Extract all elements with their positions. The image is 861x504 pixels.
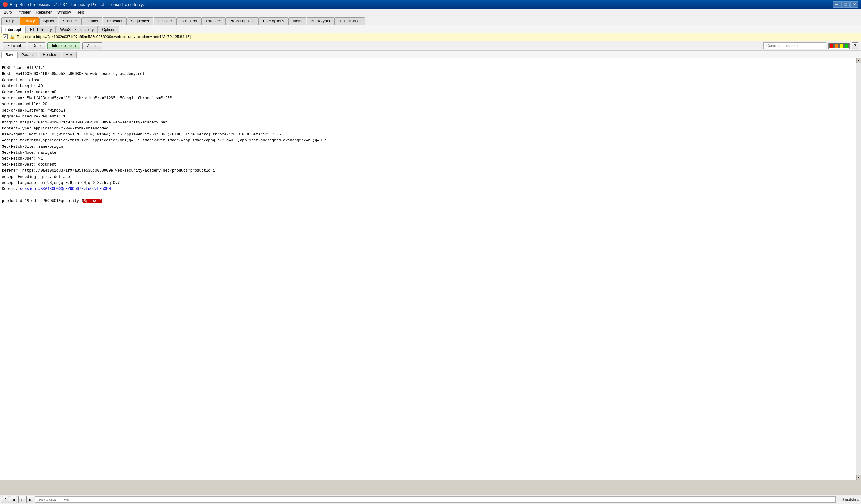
title-bar: 🔴 Burp Suite Professional v1.7.37 - Temp…: [0, 0, 861, 9]
request-line-10: Origin: https://0a41002c0371f97a85ae536c…: [2, 120, 167, 125]
menu-item-window[interactable]: Window: [55, 10, 73, 15]
title-text: Burp Suite Professional v1.7.37 - Tempor…: [10, 2, 145, 7]
sub-tab-options[interactable]: Options: [98, 26, 119, 33]
request-line-2: Host: 0a41002c0371f97a85ae536c0068009e.w…: [2, 72, 145, 76]
main-tabs: TargetProxySpiderScannerIntruderRepeater…: [0, 16, 861, 25]
request-line-13: Accept: text/html,application/xhtml+xml,…: [2, 138, 326, 143]
main-tab-scanner[interactable]: Scanner: [58, 17, 81, 25]
forward-button[interactable]: Forward: [2, 42, 26, 49]
scroll-down-arrow[interactable]: ▼: [856, 475, 861, 480]
main-tab-project-options[interactable]: Project options: [226, 17, 259, 25]
main-tab-comparer[interactable]: Comparer: [176, 17, 201, 25]
request-line-18: Referer: https://0a41002c0371f97a85ae536…: [2, 168, 215, 173]
minimize-button[interactable]: ─: [833, 1, 841, 8]
help-button[interactable]: ?: [851, 42, 859, 49]
request-info-text: Request to https://0a41002c0371f97a85ae5…: [17, 35, 191, 39]
main-tab-target[interactable]: Target: [1, 17, 20, 25]
request-line-12: User-Agent: Mozilla/5.0 (Windows NT 10.0…: [2, 132, 281, 137]
request-line-4: Content-Length: 49: [2, 84, 43, 88]
title-bar-controls[interactable]: ─ □ ✕: [833, 1, 859, 8]
request-line-17: Sec-Fetch-Dest: document: [2, 163, 56, 167]
color-red[interactable]: [829, 43, 834, 48]
request-line-14: Sec-Fetch-Site: same-origin: [2, 145, 63, 149]
request-line-16: Sec-Fetch-User: ?1: [2, 156, 43, 161]
sub-tabs: InterceptHTTP historyWebSockets historyO…: [0, 25, 861, 33]
request-line-empty: [2, 193, 4, 197]
request-line-cookie: Cookie: session=JK3A4X0LGOQgHYQDe67NvtuO…: [2, 187, 111, 191]
highlight-button[interactable]: [828, 42, 850, 49]
main-tab-decoder[interactable]: Decoder: [154, 17, 176, 25]
action-button[interactable]: Action: [82, 42, 102, 49]
request-line-3: Connection: close: [2, 78, 40, 83]
request-line-7: sec-ch-ua-mobile: ?0: [2, 102, 47, 107]
color-yellow[interactable]: [839, 43, 844, 48]
menu-item-help[interactable]: Help: [74, 10, 87, 15]
intercept-button[interactable]: Intercept is on: [47, 42, 80, 49]
request-info: ✓ 🔒 Request to https://0a41002c0371f97a8…: [0, 33, 861, 41]
request-line-9: Upgrade-Insecure-Requests: 1: [2, 114, 66, 119]
menu-item-burp[interactable]: Burp: [1, 10, 14, 15]
content-tabs: RawParamsHeadersHex: [0, 51, 861, 58]
color-green[interactable]: [844, 43, 849, 48]
request-line-5: Cache-Control: max-age=0: [2, 90, 56, 95]
menu-item-intruder[interactable]: Intruder: [15, 10, 33, 15]
main-tab-user-options[interactable]: User options: [259, 17, 288, 25]
price-param: &price=1: [83, 199, 102, 203]
request-line-19: Accept-Encoding: gzip, deflate: [2, 175, 70, 179]
sub-tab-websockets-history[interactable]: WebSockets history: [56, 26, 98, 33]
scroll-up-arrow[interactable]: ▲: [856, 58, 861, 63]
menu-bar: BurpIntruderRepeaterWindowHelp: [0, 9, 861, 16]
content-tab-hex[interactable]: Hex: [62, 52, 77, 58]
request-line-1: POST /cart HTTP/1.1: [2, 66, 45, 70]
cookie-value: session=JK3A4X0LGOQgHYQDe67NvtuOPzhEa3PH: [20, 187, 111, 191]
content-tab-params[interactable]: Params: [17, 52, 38, 58]
drop-button[interactable]: Drop: [28, 42, 45, 49]
sub-tab-intercept[interactable]: Intercept: [1, 26, 26, 33]
request-line-20: Accept-Language: en-US,en;q=0.9,zh-CN;q=…: [2, 181, 120, 185]
main-tab-proxy[interactable]: Proxy: [20, 17, 39, 25]
lock-icon: 🔒: [10, 34, 15, 39]
main-tab-extender[interactable]: Extender: [202, 17, 225, 25]
title-bar-left: 🔴 Burp Suite Professional v1.7.37 - Temp…: [2, 2, 145, 7]
main-tab-sequencer[interactable]: Sequencer: [127, 17, 153, 25]
menu-item-repeater[interactable]: Repeater: [34, 10, 54, 15]
request-body: productId=1&redir=PRODUCT&quantity=1&pri…: [2, 199, 102, 203]
color-orange[interactable]: [834, 43, 839, 48]
request-line-6: sec-ch-ua: "Not/A)Brand";v="8", "Chromiu…: [2, 96, 172, 100]
request-editor: POST /cart HTTP/1.1 Host: 0a41002c0371f9…: [0, 58, 861, 480]
main-tab-intruder[interactable]: Intruder: [81, 17, 102, 25]
toolbar: Forward Drop Intercept is on Action ?: [0, 41, 861, 51]
main-tab-alerts[interactable]: Alerts: [288, 17, 306, 25]
right-scrollbar[interactable]: ▲ ▼: [856, 58, 861, 480]
content-tab-headers[interactable]: Headers: [39, 52, 61, 58]
request-line-11: Content-Type: application/x-www-form-url…: [2, 126, 108, 131]
checkbox-icon[interactable]: ✓: [2, 34, 8, 39]
sub-tab-http-history[interactable]: HTTP history: [26, 26, 56, 33]
request-content[interactable]: POST /cart HTTP/1.1 Host: 0a41002c0371f9…: [0, 58, 856, 480]
scroll-track[interactable]: [856, 63, 861, 475]
maximize-button[interactable]: □: [842, 1, 850, 8]
close-button[interactable]: ✕: [850, 1, 859, 8]
main-tab-repeater[interactable]: Repeater: [102, 17, 126, 25]
request-line-8: sec-ch-ua-platform: "Windows": [2, 108, 68, 113]
app-icon: 🔴: [2, 2, 8, 7]
content-tab-raw[interactable]: Raw: [1, 52, 17, 58]
main-tab-spider[interactable]: Spider: [39, 17, 58, 25]
main-tab-burpcrypto[interactable]: BurpCrypto: [307, 17, 334, 25]
main-tab-captcha-killer[interactable]: captcha-killer: [334, 17, 365, 25]
request-line-15: Sec-Fetch-Mode: navigate: [2, 151, 56, 155]
comment-input[interactable]: [763, 42, 826, 49]
